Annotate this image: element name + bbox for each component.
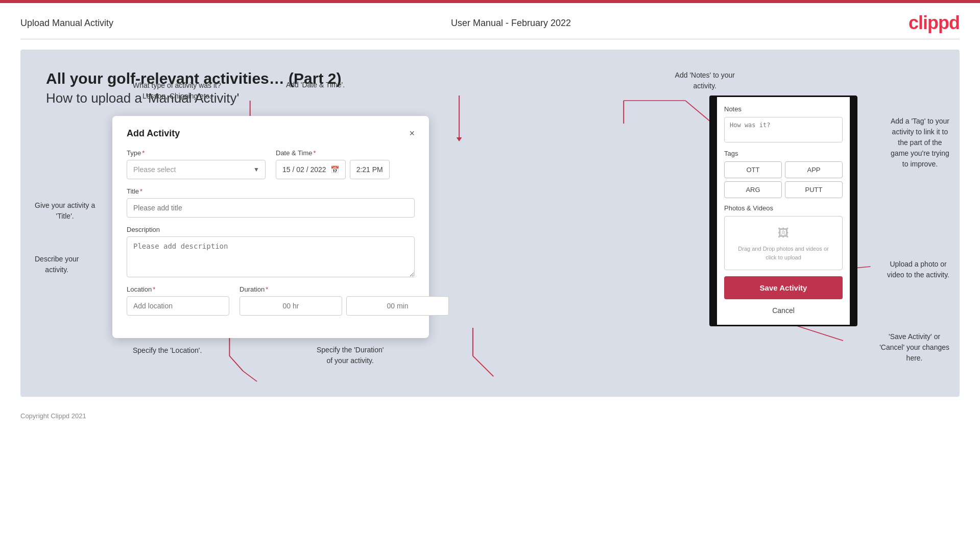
tag-putt[interactable]: PUTT — [785, 181, 843, 198]
type-group: Type* Please select ▼ — [127, 149, 266, 179]
description-group: Description — [127, 226, 415, 277]
date-input[interactable]: 15 / 02 / 2022 📅 — [276, 160, 346, 179]
type-label: Type* — [127, 149, 266, 157]
dialog-header: Add Activity × — [127, 128, 415, 139]
tag-ott[interactable]: OTT — [724, 161, 782, 178]
annotation-title: Give your activity a'Title'. — [35, 200, 95, 222]
header-divider — [20, 39, 960, 39]
tags-grid: OTT APP ARG PUTT — [724, 161, 843, 198]
duration-label: Duration* — [240, 285, 449, 293]
tags-section-label: Tags — [724, 150, 843, 157]
save-activity-button[interactable]: Save Activity — [724, 276, 843, 299]
duration-hr-input[interactable] — [240, 296, 342, 316]
annotation-duration: Specify the 'Duration'of your activity. — [317, 345, 384, 366]
photos-drop-text: Drag and Drop photos and videos or click… — [738, 246, 828, 260]
main-content: All your golf-relevant activities… (Part… — [20, 50, 960, 397]
duration-min-input[interactable] — [346, 296, 449, 316]
duration-group: Duration* — [240, 285, 449, 316]
annotation-activity-type: What type of activity was it?Lesson, Chi… — [133, 80, 221, 102]
type-datetime-row: Type* Please select ▼ Date & Time* 15 / … — [127, 149, 415, 179]
title-input[interactable] — [127, 198, 415, 218]
title-group: Title* — [127, 187, 415, 218]
cancel-link[interactable]: Cancel — [724, 304, 843, 317]
close-button[interactable]: × — [409, 128, 415, 139]
dialog-title: Add Activity — [127, 128, 180, 139]
phone-left-bar — [711, 97, 717, 325]
title-label: Title* — [127, 187, 415, 195]
svg-line-21 — [795, 325, 843, 341]
annotation-notes: Add 'Notes' to youractivity. — [675, 70, 735, 91]
annotation-upload: Upload a photo orvideo to the activity. — [887, 259, 949, 280]
copyright: Copyright Clippd 2021 — [20, 412, 86, 420]
annotation-save: 'Save Activity' or'Cancel' your changesh… — [879, 331, 949, 364]
tag-app[interactable]: APP — [785, 161, 843, 178]
logo: clippd — [909, 12, 960, 34]
calendar-icon: 📅 — [330, 165, 339, 174]
location-input[interactable] — [127, 296, 229, 316]
svg-line-9 — [229, 356, 243, 371]
image-icon: 🖼 — [733, 225, 834, 242]
annotation-datetime: Add 'Date & Time'. — [286, 80, 345, 90]
phone-screen: Notes Tags OTT APP ARG PUTT Photos & Vid… — [709, 95, 857, 326]
svg-line-10 — [243, 371, 257, 381]
location-label: Location* — [127, 285, 229, 293]
annotation-description: Describe youractivity. — [35, 254, 79, 275]
add-activity-dialog: Add Activity × Type* Please select ▼ Dat… — [112, 116, 429, 338]
photos-section-label: Photos & Videos — [724, 204, 843, 212]
manual-label: User Manual - February 2022 — [451, 18, 571, 29]
phone-panel: Notes Tags OTT APP ARG PUTT Photos & Vid… — [709, 95, 857, 326]
duration-inputs — [240, 296, 449, 316]
phone-right-bar — [850, 97, 856, 325]
phone-inner: Notes Tags OTT APP ARG PUTT Photos & Vid… — [717, 97, 850, 325]
type-select[interactable]: Please select — [127, 160, 266, 179]
type-select-wrapper: Please select ▼ — [127, 160, 266, 179]
photos-drop-zone[interactable]: 🖼 Drag and Drop photos and videos or cli… — [724, 216, 843, 270]
notes-section-label: Notes — [724, 105, 843, 113]
location-duration-row: Location* Duration* — [127, 285, 415, 316]
annotation-tags: Add a 'Tag' to youractivity to link it t… — [891, 116, 949, 170]
description-textarea[interactable] — [127, 236, 415, 277]
description-label: Description — [127, 226, 415, 233]
footer: Copyright Clippd 2021 — [0, 407, 980, 425]
time-input[interactable]: 2:21 PM — [350, 160, 390, 179]
svg-line-12 — [473, 356, 493, 376]
notes-textarea[interactable] — [724, 117, 843, 142]
tag-arg[interactable]: ARG — [724, 181, 782, 198]
svg-marker-3 — [457, 137, 462, 141]
datetime-label: Date & Time* — [276, 149, 415, 157]
annotation-location: Specify the 'Location'. — [133, 346, 202, 356]
datetime-group: Date & Time* 15 / 02 / 2022 📅 2:21 PM — [276, 149, 415, 179]
datetime-inputs: 15 / 02 / 2022 📅 2:21 PM — [276, 160, 415, 179]
header: Upload Manual Activity User Manual - Feb… — [0, 3, 980, 39]
location-group: Location* — [127, 285, 229, 316]
page-label: Upload Manual Activity — [20, 18, 113, 29]
